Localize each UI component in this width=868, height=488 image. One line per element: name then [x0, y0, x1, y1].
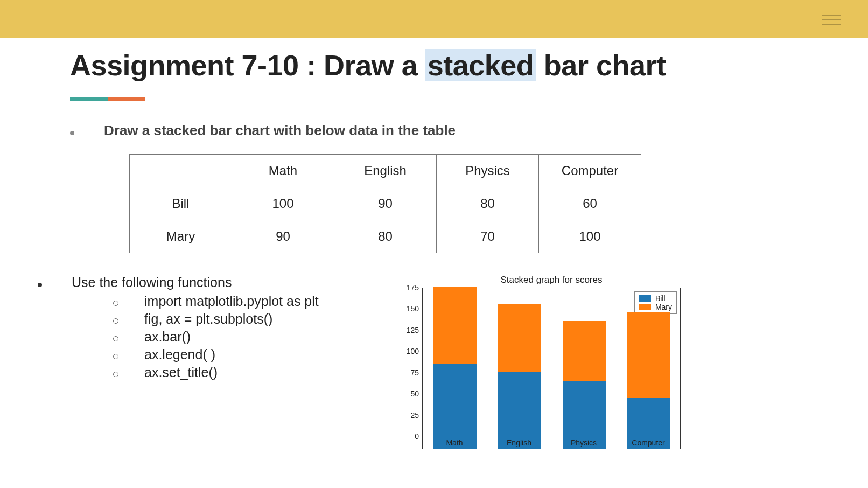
list-item: import matplotlib.pyplot as plt — [113, 294, 393, 309]
chart-title: Stacked graph for scores — [422, 275, 681, 285]
title-pre: Assignment 7-10 : Draw a — [70, 49, 425, 81]
legend-label: Mary — [655, 303, 672, 311]
chart-container: Stacked graph for scores 025507510012515… — [393, 275, 798, 449]
chart-plot-area: Bill Mary — [422, 288, 681, 449]
chart-ytick: 50 — [410, 389, 419, 398]
bullet-2-text: Use the following functions — [72, 275, 232, 290]
col-math: Math — [232, 155, 334, 187]
chart-xlabel: Math — [422, 438, 487, 447]
cell: 80 — [437, 187, 539, 220]
legend-swatch-icon — [639, 295, 651, 302]
cell: 100 — [539, 220, 641, 253]
bullet-dot-icon — [38, 283, 42, 287]
bullet-dot-icon — [70, 131, 74, 135]
col-computer: Computer — [539, 155, 641, 187]
chart-xlabel: Physics — [551, 438, 616, 447]
chart-y-axis: 0255075100125150175 — [393, 275, 422, 436]
func-text: fig, ax = plt.subplots() — [144, 311, 272, 327]
functions-block: Use the following functions import matpl… — [70, 275, 393, 449]
legend-label: Bill — [655, 294, 666, 303]
list-item: ax.legend( ) — [113, 347, 393, 362]
chart-bar — [563, 321, 606, 449]
chart-ytick: 25 — [410, 411, 419, 420]
chart-ytick: 0 — [415, 432, 419, 441]
chart-ytick: 75 — [410, 368, 419, 377]
cell: 70 — [437, 220, 539, 253]
chart-bar — [433, 287, 477, 449]
circle-icon — [113, 301, 118, 306]
cell: 90 — [232, 220, 334, 253]
chart-legend: Bill Mary — [634, 291, 677, 314]
bullet-1-text: Draw a stacked bar chart with below data… — [104, 122, 456, 139]
data-table: Math English Physics Computer Bill 100 9… — [129, 154, 641, 253]
chart-bar — [627, 312, 670, 449]
circle-icon — [113, 336, 118, 341]
title-post: bar chart — [536, 49, 666, 81]
list-item: fig, ax = plt.subplots() — [113, 311, 393, 327]
table-corner-cell — [130, 155, 232, 187]
slide-content: Assignment 7-10 : Draw a stacked bar cha… — [0, 38, 868, 449]
chart-xlabel: English — [487, 438, 551, 447]
row-name-mary: Mary — [130, 220, 232, 253]
top-banner — [0, 0, 868, 38]
legend-item: Mary — [639, 303, 672, 311]
cell: 90 — [334, 187, 437, 220]
func-text: ax.legend( ) — [144, 347, 215, 362]
page-title: Assignment 7-10 : Draw a stacked bar cha… — [70, 48, 798, 82]
func-text: ax.set_title() — [144, 365, 218, 380]
table-row: Mary 90 80 70 100 — [130, 220, 641, 253]
col-physics: Physics — [437, 155, 539, 187]
list-item: ax.bar() — [113, 329, 393, 345]
func-text: import matplotlib.pyplot as plt — [144, 294, 319, 309]
chart-x-labels: MathEnglishPhysicsComputer — [422, 438, 681, 447]
title-highlight: stacked — [425, 49, 536, 81]
circle-icon — [113, 318, 118, 324]
func-text: ax.bar() — [144, 329, 191, 345]
menu-icon[interactable] — [822, 12, 841, 28]
accent-divider — [70, 97, 798, 101]
chart-ytick: 175 — [407, 283, 419, 292]
legend-item: Bill — [639, 294, 672, 303]
bullet-1: Draw a stacked bar chart with below data… — [70, 122, 798, 139]
chart-ytick: 100 — [407, 347, 419, 355]
row-name-bill: Bill — [130, 187, 232, 220]
table-row: Bill 100 90 80 60 — [130, 187, 641, 220]
circle-icon — [113, 372, 118, 377]
legend-swatch-icon — [639, 304, 651, 310]
chart-ytick: 150 — [407, 304, 419, 313]
cell: 100 — [232, 187, 334, 220]
chart-ytick: 125 — [407, 326, 419, 334]
chart-xlabel: Computer — [616, 438, 681, 447]
cell: 60 — [539, 187, 641, 220]
col-english: English — [334, 155, 437, 187]
cell: 80 — [334, 220, 437, 253]
circle-icon — [113, 354, 118, 359]
list-item: ax.set_title() — [113, 365, 393, 380]
table-header-row: Math English Physics Computer — [130, 155, 641, 187]
chart-bar — [498, 304, 541, 449]
